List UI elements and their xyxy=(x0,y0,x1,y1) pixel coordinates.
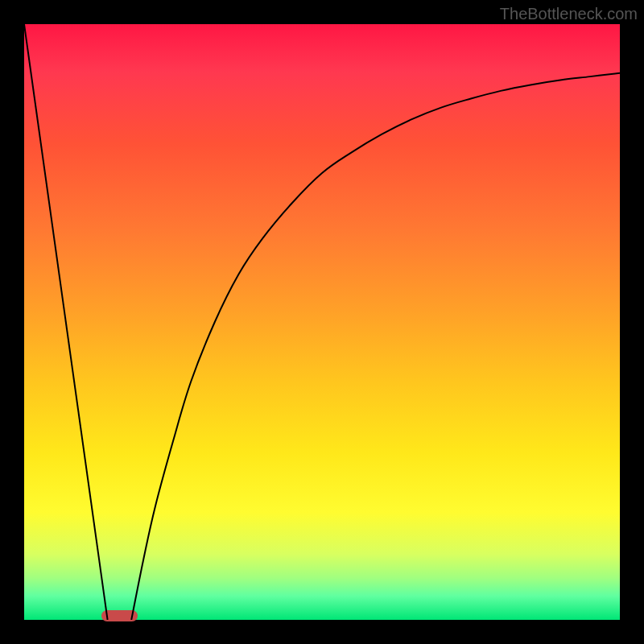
curve-svg xyxy=(24,24,620,620)
bottleneck-curve-left xyxy=(24,24,108,620)
bottleneck-curve-right xyxy=(131,73,620,620)
watermark-text: TheBottleneck.com xyxy=(500,5,638,23)
chart-container: TheBottleneck.com xyxy=(0,0,644,644)
